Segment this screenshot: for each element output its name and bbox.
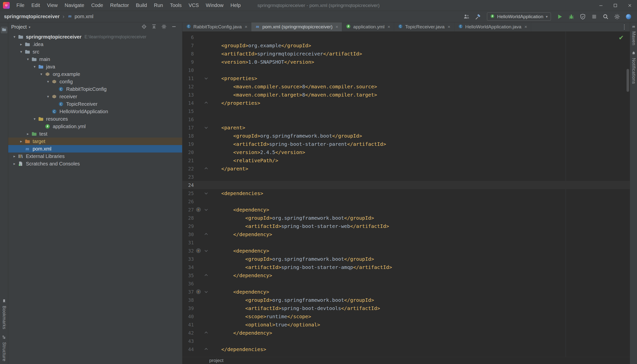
build-hammer-icon[interactable] [474,12,482,21]
tab-helloworldapplication-java[interactable]: CHelloWorldApplication.java× [454,22,531,31]
breadcrumb-file[interactable]: m pom.xml [68,14,94,20]
menu-view[interactable]: View [44,1,61,10]
tree-item-helloworldapplication[interactable]: CHelloWorldApplication [8,108,182,115]
tree-item-pom-xml[interactable]: mpom.xml [8,145,182,152]
run-config-select[interactable]: HelloWorldApplication ▾ [487,12,551,21]
tab-close-icon[interactable]: × [244,24,247,30]
menu-tools[interactable]: Tools [167,1,185,10]
menu-run[interactable]: Run [151,1,166,10]
tree-item-config[interactable]: ▾config [8,78,182,85]
tree-chevron-icon[interactable]: ▸ [25,132,31,136]
close-button[interactable] [622,0,637,11]
tree-item-receiver[interactable]: ▾receiver [8,93,182,100]
fold-end-icon[interactable] [203,332,209,334]
chevron-down-icon[interactable]: ▾ [28,25,30,29]
tool-stripe-structure-button[interactable]: Structure [2,335,7,362]
minimize-button[interactable] [594,0,608,11]
menu-build[interactable]: Build [133,1,150,10]
debug-button[interactable] [567,12,576,21]
inspections-ok-icon[interactable]: ✔ [618,34,624,41]
tab-pom-xml-springrmqtopicreceiver[interactable]: mpom.xml (springrmqtopicreceiver)× [251,22,342,31]
tree-chevron-icon[interactable]: ▾ [31,64,38,69]
run-button[interactable] [556,12,564,21]
tree-chevron-icon[interactable]: ▾ [45,79,51,84]
code-editor[interactable]: 67 <groupId>org.example</groupId>8 <arti… [182,32,630,357]
menu-edit[interactable]: Edit [28,1,43,10]
tree-item-application-yml[interactable]: application.yml [8,123,182,130]
tab-rabbittopicconfig-java[interactable]: CRabbitTopicConfig.java× [182,22,251,31]
tree-item-resources[interactable]: ▾resources [8,115,182,123]
menu-help[interactable]: Help [227,1,244,10]
project-panel-title[interactable]: Project [11,24,26,30]
tree-item-external-libraries[interactable]: ▸External Libraries [8,152,182,160]
menu-file[interactable]: File [13,1,28,10]
menu-refactor[interactable]: Refactor [107,1,132,10]
tree-item-scratches-and-consoles[interactable]: ▸Scratches and Consoles [8,160,182,168]
dependency-gutter-icon[interactable]: ↑ [194,248,203,253]
tree-item-topicreceiver[interactable]: CTopicReceiver [8,100,182,108]
tree-chevron-icon[interactable]: ▸ [11,162,18,166]
fold-start-icon[interactable] [203,77,209,79]
tab-close-icon[interactable]: × [336,24,338,30]
tree-item-target[interactable]: ▸target [8,138,182,145]
menu-window[interactable]: Window [202,1,227,10]
tree-chevron-icon[interactable]: ▾ [31,117,38,121]
breadcrumb-item-project[interactable]: project [209,358,224,363]
tree-item-java[interactable]: ▾java [8,63,182,70]
collapse-all-button[interactable] [151,24,157,30]
collaboration-users-icon[interactable] [462,12,471,21]
tree-chevron-icon[interactable]: ▸ [18,139,24,144]
maximize-button[interactable] [608,0,622,11]
tree-chevron-icon[interactable]: ▾ [11,34,18,39]
tool-stripe-project-button[interactable] [1,26,8,33]
search-everywhere-button[interactable] [601,12,610,21]
tree-item-rabbittopicconfig[interactable]: CRabbitTopicConfig [8,85,182,93]
tree-chevron-icon[interactable]: ▸ [18,42,24,46]
tree-item-test[interactable]: ▸test [8,130,182,138]
coverage-button[interactable] [578,12,587,21]
stop-button[interactable] [590,12,599,21]
menu-navigate[interactable]: Navigate [62,1,88,10]
tree-item-org-example[interactable]: ▾org.example [8,70,182,78]
tree-chevron-icon[interactable]: ▾ [18,50,24,54]
dependency-gutter-icon[interactable]: ↑ [194,289,203,294]
fold-start-icon[interactable] [203,126,209,129]
menu-vcs[interactable]: VCS [186,1,202,10]
tree-chevron-icon[interactable]: ▾ [45,94,51,99]
tree-chevron-icon[interactable]: ▸ [11,154,18,158]
hide-panel-button[interactable] [171,24,177,30]
tree-item-springrmqtopicreceiver[interactable]: ▾springrmqtopicreceiverE:\learn\springrm… [8,33,182,40]
tree-item-src[interactable]: ▾src [8,48,182,56]
tool-stripe-notifications-button[interactable]: Notifications [631,51,636,84]
fold-end-icon[interactable] [203,274,209,276]
tab-close-icon[interactable]: × [388,24,390,30]
fold-start-icon[interactable] [203,290,209,293]
editor-scrollbar[interactable] [626,69,629,92]
tool-stripe-maven-button[interactable]: mMaven [631,24,636,46]
fold-end-icon[interactable] [203,168,209,170]
fold-end-icon[interactable] [203,233,209,235]
editor-line: 25 <dependencies> [182,189,630,197]
tab-close-icon[interactable]: × [448,24,450,30]
tab-topicreceiver-java[interactable]: CTopicReceiver.java× [394,22,454,31]
profile-icon[interactable] [624,12,633,21]
tool-stripe-bookmarks-button[interactable]: Bookmarks [2,299,7,330]
panel-settings-button[interactable] [161,24,167,30]
locate-file-button[interactable] [141,24,147,30]
tree-chevron-icon[interactable]: ▾ [38,72,44,76]
fold-end-icon[interactable] [203,348,209,350]
fold-end-icon[interactable] [203,102,209,104]
fold-start-icon[interactable] [203,250,209,252]
tree-chevron-icon[interactable]: ▾ [25,57,31,62]
fold-start-icon[interactable] [203,208,209,211]
tab-options-icon[interactable]: ⋮ [619,22,630,31]
tab-close-icon[interactable]: × [524,24,527,30]
settings-button[interactable] [612,12,622,21]
menu-code[interactable]: Code [88,1,106,10]
fold-start-icon[interactable] [203,192,209,194]
tree-item-main[interactable]: ▾main [8,56,182,63]
tab-application-yml[interactable]: application.yml× [342,22,394,31]
tree-item-idea[interactable]: ▸.idea [8,40,182,48]
breadcrumb-project[interactable]: springrmqtopicreceiver [4,14,60,20]
dependency-gutter-icon[interactable]: ↑ [194,207,203,212]
